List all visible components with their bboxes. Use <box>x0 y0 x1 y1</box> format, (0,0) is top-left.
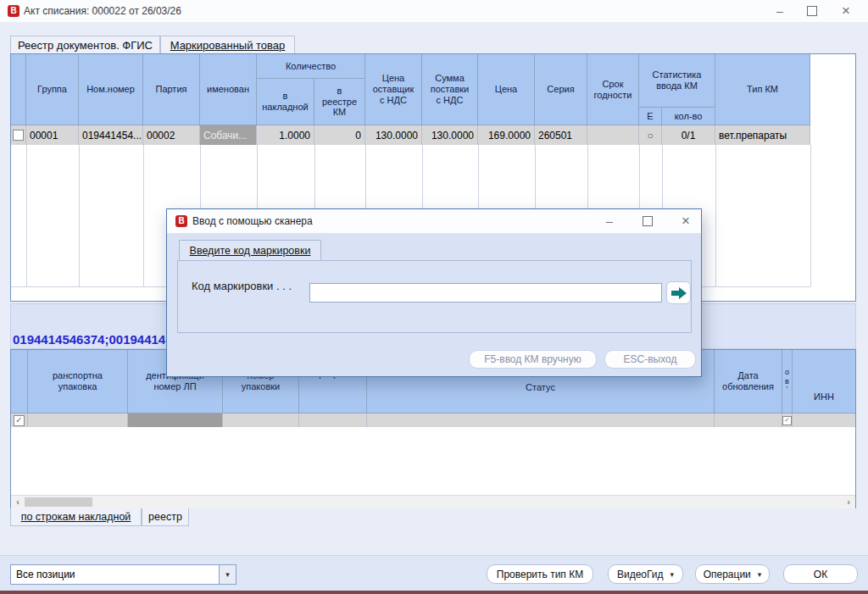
gridline <box>715 145 716 286</box>
chevron-down-icon: ▾ <box>670 570 675 579</box>
minimize-button[interactable]: – <box>765 0 794 22</box>
lcell-inn[interactable] <box>793 414 855 427</box>
lrow-checkbox[interactable]: ✓ <box>14 415 25 426</box>
header-nom-number[interactable]: Ном.номер <box>79 54 143 125</box>
cell-stats-e[interactable]: ○ <box>639 125 662 145</box>
arrow-right-icon <box>671 287 687 299</box>
maximize-icon <box>807 6 817 16</box>
position-filter-dropdown-button[interactable]: ▾ <box>219 564 236 585</box>
header-qty-invoice[interactable]: в накладной <box>257 79 314 125</box>
maximize-button[interactable] <box>798 0 826 22</box>
window-bottom-edge <box>0 591 868 594</box>
window-titlebar: В Акт списания: 000022 от 26/03/26 – × <box>0 0 868 22</box>
ok-button[interactable]: ОК <box>783 564 858 584</box>
submit-code-button[interactable] <box>666 281 691 304</box>
tab-registry-bottom[interactable]: реестр <box>142 508 189 526</box>
dialog-tab-enter-code[interactable]: Введите код маркировки <box>179 240 321 260</box>
header-expiry[interactable]: Срок годности <box>587 54 639 125</box>
tab-by-invoice-lines[interactable]: по строкам накладной <box>10 508 142 526</box>
header-qty-registry[interactable]: в реестре КМ <box>314 79 365 125</box>
dialog-minimize-button[interactable]: – <box>595 210 624 232</box>
close-button[interactable]: × <box>832 0 860 22</box>
lrow-flag-checkbox[interactable]: ✓ <box>782 416 792 425</box>
window-title: Акт списания: 000022 от 26/03/26 <box>24 0 181 22</box>
header-party[interactable]: Партия <box>143 54 200 125</box>
ok-label: ОК <box>814 569 827 580</box>
header-stats-qty[interactable]: кол-во <box>662 108 715 125</box>
header-supply-sum[interactable]: Сумма поставки с НДС <box>422 54 478 125</box>
esc-exit-button[interactable]: ESC-выход <box>604 350 696 369</box>
tab-marked-goods-label: Маркированный товар <box>170 39 286 52</box>
gridline <box>810 145 811 286</box>
header-price[interactable]: Цена <box>478 54 535 125</box>
header-group[interactable]: Группа <box>26 54 79 125</box>
f5-manual-km-button[interactable]: F5-ввод КМ вручную <box>469 350 597 369</box>
tab-doc-registry-label: Реестр документов. ФГИС <box>18 39 153 52</box>
cell-supply-sum[interactable]: 130.0000 <box>422 125 478 145</box>
header-quantity-group[interactable]: Количество <box>257 54 365 79</box>
scanner-input-dialog: В Ввод с помощью сканера – × Введите код… <box>166 208 702 377</box>
lcell-pack-number[interactable] <box>223 414 299 427</box>
gridline <box>26 145 27 286</box>
cell-expiry[interactable] <box>587 125 639 145</box>
cell-qty-registry[interactable]: 0 <box>314 125 365 145</box>
lcell-lp-id-selected[interactable] <box>128 414 223 427</box>
lheader-vertical-flag[interactable]: о в ʼ <box>782 350 793 414</box>
cell-stats-qty[interactable]: 0/1 <box>662 125 715 145</box>
scrollbar-thumb[interactable] <box>25 497 92 507</box>
cell-series[interactable]: 260501 <box>535 125 587 145</box>
marking-code-input[interactable] <box>309 283 662 303</box>
header-select-column <box>11 54 26 125</box>
check-km-type-button[interactable]: Проверить тип КМ <box>487 564 593 584</box>
tab-doc-registry[interactable]: Реестр документов. ФГИС <box>10 36 160 54</box>
videoguide-button[interactable]: ВидеоГид ▾ <box>608 564 683 584</box>
header-name[interactable]: именован <box>200 54 257 125</box>
header-stats-e[interactable]: Е <box>639 108 662 125</box>
header-km-type[interactable]: Тип КМ <box>715 54 810 125</box>
cell-party[interactable]: 00002 <box>143 125 200 145</box>
row-checkbox[interactable] <box>13 130 24 141</box>
lheader-inn[interactable]: ИНН <box>793 381 855 414</box>
row-select-cell[interactable] <box>11 125 26 145</box>
f5-manual-km-label: F5-ввод КМ вручную <box>484 353 581 365</box>
dialog-group-box: Код маркировки . . . <box>177 260 692 333</box>
lheader-update-date[interactable]: Дата обновления <box>715 350 782 414</box>
tab-by-invoice-lines-label: по строкам накладной <box>21 511 131 523</box>
tab-registry-bottom-label: реестр <box>148 511 182 523</box>
header-series[interactable]: Серия <box>535 54 587 125</box>
lcell-marking[interactable] <box>299 414 367 427</box>
tab-marked-goods[interactable]: Маркированный товар <box>160 36 295 54</box>
horizontal-scrollbar[interactable]: ‹ › <box>11 495 855 508</box>
cell-qty-invoice[interactable]: 1.0000 <box>257 125 314 145</box>
operations-button[interactable]: Операции ▾ <box>695 564 770 584</box>
lrow-select-cell[interactable]: ✓ <box>11 414 28 427</box>
cell-nom-number[interactable]: 019441454... <box>79 125 143 145</box>
dialog-title: Ввод с помощью сканера <box>192 209 313 233</box>
cell-name-selected[interactable]: Собачи... <box>200 125 257 145</box>
header-supplier-price[interactable]: Цена оставщик с НДС <box>365 54 422 125</box>
videoguide-label: ВидеоГид <box>617 569 664 580</box>
scroll-left-button[interactable]: ‹ <box>13 497 23 507</box>
cell-km-type[interactable]: вет.препараты <box>715 125 810 145</box>
lcell-status[interactable] <box>367 414 715 427</box>
lcell-transport-pack[interactable] <box>28 414 128 427</box>
dialog-close-button[interactable]: × <box>671 210 700 232</box>
lheader-transport-pack[interactable]: ранспортна упаковка <box>28 350 128 414</box>
gridline <box>79 145 80 286</box>
lcell-update-date[interactable] <box>715 414 782 427</box>
position-filter-select[interactable]: Все позиции <box>10 564 220 585</box>
dialog-app-icon: В <box>175 215 187 227</box>
header-km-stats-group[interactable]: Статистика ввода КМ <box>639 54 715 108</box>
dialog-maximize-button[interactable] <box>633 210 662 232</box>
dialog-titlebar: В Ввод с помощью сканера – × <box>167 209 701 233</box>
cell-supplier-price[interactable]: 130.0000 <box>365 125 422 145</box>
cell-group[interactable]: 00001 <box>26 125 79 145</box>
chevron-down-icon: ▾ <box>758 570 762 579</box>
gridline <box>143 145 144 286</box>
check-km-type-label: Проверить тип КМ <box>497 569 583 580</box>
cell-price[interactable]: 169.0000 <box>478 125 535 145</box>
lcell-flag[interactable]: ✓ <box>782 414 793 427</box>
marking-code-label: Код маркировки . . . <box>192 280 292 292</box>
scroll-right-button[interactable]: › <box>843 497 854 507</box>
marking-code-link[interactable]: 0194414546374;00194414 <box>13 332 165 347</box>
